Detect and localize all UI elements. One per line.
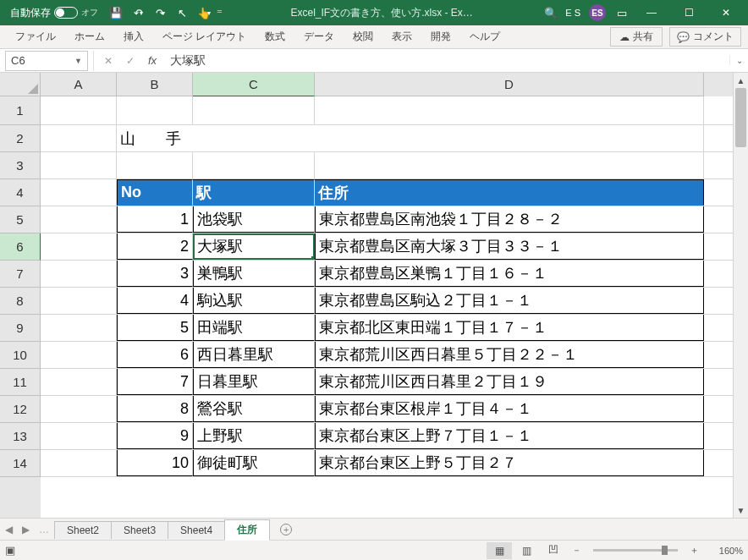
row-12[interactable]: 12 <box>0 396 41 423</box>
col-C[interactable]: C <box>193 73 315 96</box>
select-all-corner[interactable] <box>0 73 41 96</box>
title-bar: 自動保存 オフ 💾 ↶▾ ↷▾ ↖ 👆▾ ⁼ Excel_IF文の書き方、使い方… <box>0 0 748 25</box>
row-2[interactable]: 2 <box>0 125 41 152</box>
zoom-level[interactable]: 160% <box>704 546 743 556</box>
record-macro-icon[interactable]: ▣ <box>5 544 15 557</box>
redo-icon[interactable]: ↷▾ <box>149 0 171 25</box>
user-initials: E S <box>562 8 584 18</box>
grid[interactable]: A B C D 1 2 3 4 5 6 7 8 9 10 11 12 13 14… <box>0 73 733 518</box>
expand-formula-icon[interactable]: ⌄ <box>729 56 748 65</box>
close-button[interactable]: ✕ <box>707 0 745 25</box>
autosave-toggle[interactable]: 自動保存 オフ <box>3 6 105 20</box>
status-bar: ▣ ▦ ▥ 凹 － ＋ 160% <box>0 540 748 560</box>
share-icon: ☁ <box>619 31 630 43</box>
pointer-icon[interactable]: ↖ <box>171 0 193 25</box>
new-sheet-button[interactable]: + <box>276 519 296 540</box>
col-A[interactable]: A <box>41 73 117 96</box>
plus-icon: + <box>280 524 292 535</box>
row-1[interactable]: 1 <box>0 96 41 125</box>
tabs-prev-icon[interactable]: ◀ <box>0 524 17 535</box>
share-button[interactable]: ☁共有 <box>610 27 663 47</box>
row-5[interactable]: 5 <box>0 206 41 233</box>
sheet-tab-active[interactable]: 住所 <box>224 519 270 541</box>
row-4[interactable]: 4 <box>0 179 41 206</box>
enter-formula-icon[interactable]: ✓ <box>119 51 141 71</box>
zoom-slider[interactable] <box>593 549 678 552</box>
column-headers[interactable]: A B C D <box>41 73 733 96</box>
undo-icon[interactable]: ↶▾ <box>127 0 149 25</box>
name-box[interactable]: C6 ▼ <box>5 51 88 71</box>
slider-thumb[interactable] <box>662 546 668 555</box>
tab-home[interactable]: ホーム <box>66 26 113 47</box>
col-B[interactable]: B <box>117 73 193 96</box>
row-14[interactable]: 14 <box>0 450 41 477</box>
ribbon-tabs: ファイル ホーム 挿入 ページ レイアウト 数式 データ 校閲 表示 開発 ヘル… <box>0 25 748 49</box>
tab-file[interactable]: ファイル <box>7 26 64 47</box>
minimize-button[interactable]: — <box>633 0 670 25</box>
sheet-tab[interactable]: Sheet4 <box>168 521 225 539</box>
th-address: 住所 <box>315 179 704 206</box>
sheet-tab[interactable]: Sheet2 <box>54 521 112 539</box>
pagelayout-view-icon[interactable]: ▥ <box>514 542 539 559</box>
ribbon-display-icon[interactable]: ▭ <box>611 0 633 25</box>
row-7[interactable]: 7 <box>0 261 41 288</box>
scroll-thumb[interactable] <box>735 88 746 147</box>
tab-view[interactable]: 表示 <box>383 26 421 47</box>
zoom-in-icon[interactable]: ＋ <box>685 544 704 557</box>
scroll-up-icon[interactable]: ▲ <box>734 73 748 88</box>
row-9[interactable]: 9 <box>0 315 41 342</box>
sheet-tab[interactable]: Sheet3 <box>111 521 168 539</box>
cells[interactable]: 山 手 線 の 駅 一 覧 No駅住所 1池袋駅東京都豊島区南池袋１丁目２８－２… <box>41 96 733 518</box>
chevron-down-icon: ▼ <box>74 57 82 65</box>
comment-button[interactable]: 💬コメント <box>669 27 741 47</box>
cancel-formula-icon[interactable]: ✕ <box>97 51 119 71</box>
tab-developer[interactable]: 開発 <box>422 26 459 47</box>
row-10[interactable]: 10 <box>0 342 41 369</box>
window-title: Excel_IF文の書き方、使い方.xlsx - Ex… <box>223 6 540 20</box>
scroll-down-icon[interactable]: ▼ <box>734 502 748 518</box>
row-13[interactable]: 13 <box>0 423 41 450</box>
th-no: No <box>117 179 193 206</box>
row-3[interactable]: 3 <box>0 152 41 179</box>
sheet-title: 山 手 線 の 駅 一 覧 <box>117 125 193 151</box>
tab-help[interactable]: ヘルプ <box>461 26 509 47</box>
row-11[interactable]: 11 <box>0 369 41 396</box>
tab-formulas[interactable]: 数式 <box>256 26 294 47</box>
row-headers[interactable]: 1 2 3 4 5 6 7 8 9 10 11 12 13 14 <box>0 96 41 518</box>
col-D[interactable]: D <box>315 73 704 96</box>
tab-review[interactable]: 校閲 <box>344 26 382 47</box>
fx-icon[interactable]: fx <box>141 51 163 71</box>
th-station: 駅 <box>193 179 315 206</box>
zoom-out-icon[interactable]: － <box>567 544 586 557</box>
sheet-area: A B C D 1 2 3 4 5 6 7 8 9 10 11 12 13 14… <box>0 73 748 518</box>
autosave-state: オフ <box>81 7 98 19</box>
formula-input[interactable]: 大塚駅 <box>163 53 729 69</box>
user-avatar[interactable]: ES <box>589 4 606 21</box>
qat-overflow-icon[interactable]: ⁼ <box>215 0 223 25</box>
formula-bar: C6 ▼ ✕ ✓ fx 大塚駅 ⌄ <box>0 49 748 73</box>
tab-data[interactable]: データ <box>295 26 343 47</box>
autosave-label: 自動保存 <box>10 6 51 20</box>
row-8[interactable]: 8 <box>0 288 41 315</box>
maximize-button[interactable]: ☐ <box>670 0 707 25</box>
tab-pagelayout[interactable]: ページ レイアウト <box>154 26 255 47</box>
normal-view-icon[interactable]: ▦ <box>487 542 512 559</box>
sheet-tabs-bar: ◀ ▶ … Sheet2 Sheet3 Sheet4 住所 + <box>0 518 748 540</box>
vertical-scrollbar[interactable]: ▲ ▼ <box>733 73 748 518</box>
search-icon[interactable]: 🔍 <box>540 0 562 25</box>
pagebreak-view-icon[interactable]: 凹 <box>541 542 566 559</box>
touch-icon[interactable]: 👆▾ <box>193 0 215 25</box>
tab-insert[interactable]: 挿入 <box>115 26 152 47</box>
comment-icon: 💬 <box>677 31 690 43</box>
row-6[interactable]: 6 <box>0 233 41 261</box>
tabs-next-icon[interactable]: ▶ <box>17 524 34 535</box>
save-icon[interactable]: 💾 <box>105 0 127 25</box>
toggle-off-icon <box>54 7 78 19</box>
selected-cell[interactable]: 大塚駅 <box>193 233 315 260</box>
